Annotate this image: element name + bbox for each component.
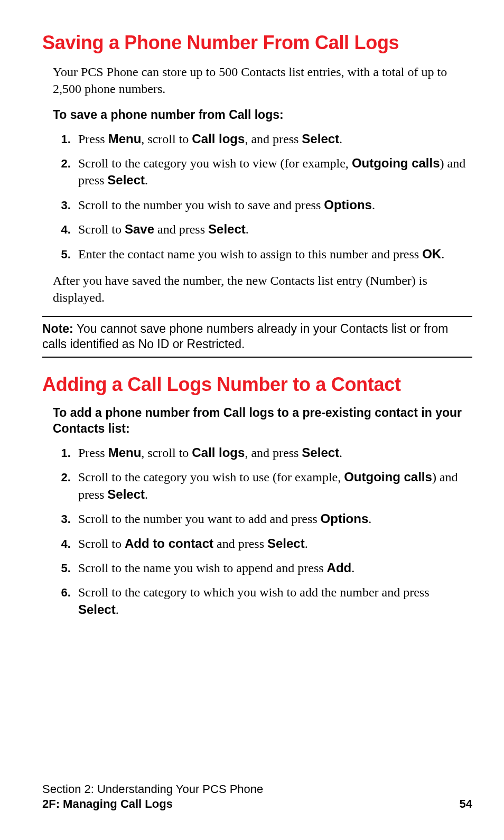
list-item: Scroll to the category you wish to view … <box>74 155 472 189</box>
page-footer: Section 2: Understanding Your PCS Phone … <box>42 782 472 811</box>
list-item: Scroll to the category you wish to use (… <box>74 469 472 503</box>
leadin-adding: To add a phone number from Call logs to … <box>42 405 472 437</box>
page-number: 54 <box>460 797 472 811</box>
list-item: Scroll to Save and press Select. <box>74 221 472 238</box>
footer-section-title: Section 2: Understanding Your PCS Phone <box>42 782 472 796</box>
list-item: Scroll to the number you wish to save an… <box>74 197 472 213</box>
list-item: Press Menu, scroll to Call logs, and pre… <box>74 130 472 147</box>
note-block: Note: You cannot save phone numbers alre… <box>42 316 472 358</box>
note-text: You cannot save phone numbers already in… <box>42 322 448 351</box>
list-item: Scroll to the name you wish to append an… <box>74 559 472 576</box>
note-label: Note: <box>42 322 73 335</box>
section-heading-adding: Adding a Call Logs Number to a Contact <box>42 374 472 396</box>
steps-saving: Press Menu, scroll to Call logs, and pre… <box>42 130 472 263</box>
document-page: Saving a Phone Number From Call Logs You… <box>0 0 504 840</box>
intro-paragraph: Your PCS Phone can store up to 500 Conta… <box>42 63 472 98</box>
list-item: Press Menu, scroll to Call logs, and pre… <box>74 444 472 461</box>
footer-subsection-title: 2F: Managing Call Logs <box>42 797 472 811</box>
list-item: Scroll to the number you want to add and… <box>74 510 472 527</box>
list-item: Scroll to the category to which you wish… <box>74 584 472 618</box>
after-paragraph: After you have saved the number, the new… <box>42 272 472 306</box>
leadin-saving: To save a phone number from Call logs: <box>42 107 472 123</box>
steps-adding: Press Menu, scroll to Call logs, and pre… <box>42 444 472 618</box>
list-item: Enter the contact name you wish to assig… <box>74 246 472 263</box>
section-heading-saving: Saving a Phone Number From Call Logs <box>42 32 472 54</box>
list-item: Scroll to Add to contact and press Selec… <box>74 535 472 552</box>
